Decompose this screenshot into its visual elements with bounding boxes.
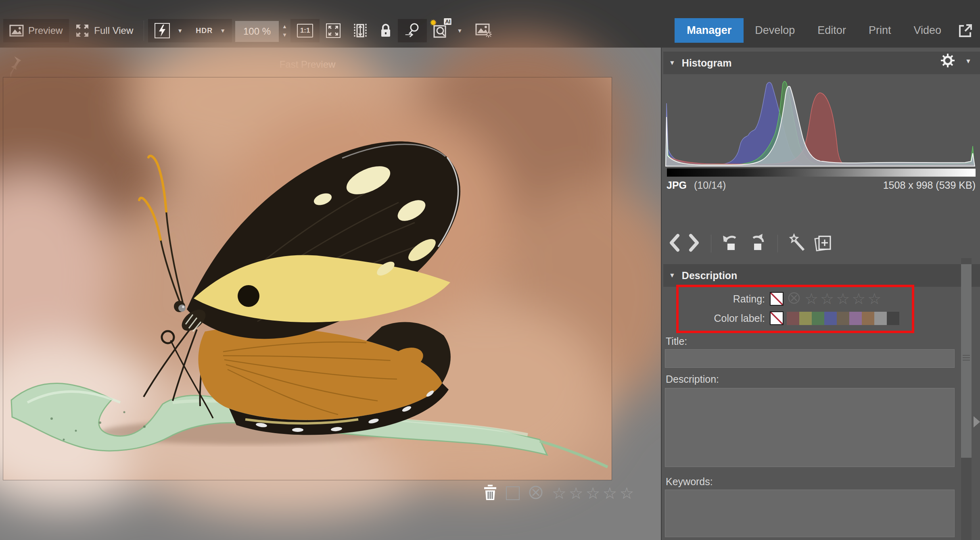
panel-scrollbar-track[interactable] bbox=[961, 258, 972, 540]
color-swatch[interactable] bbox=[874, 312, 887, 325]
histogram-settings-gear-icon[interactable] bbox=[940, 53, 955, 70]
fit-to-screen-button[interactable] bbox=[320, 19, 347, 42]
collapse-triangle-icon[interactable]: ▼ bbox=[669, 272, 675, 279]
collapse-triangle-icon[interactable]: ▼ bbox=[669, 59, 675, 67]
quick-rating-strip: ☆☆☆☆☆ bbox=[483, 484, 636, 502]
fit-width-button[interactable] bbox=[347, 19, 374, 42]
image-settings-icon bbox=[475, 23, 492, 39]
reject-button[interactable] bbox=[529, 485, 543, 501]
file-info-row: JPG (10/14) 1508 x 998 (539 KB) bbox=[667, 179, 976, 191]
module-tabs: Manager Develop Editor Print Video bbox=[675, 18, 973, 43]
lock-icon bbox=[380, 23, 391, 38]
hdr-dropdown-caret[interactable]: ▼ bbox=[220, 27, 226, 34]
fit-screen-icon bbox=[326, 23, 341, 38]
description-input[interactable] bbox=[665, 388, 955, 467]
tab-video[interactable]: Video bbox=[902, 18, 953, 43]
keywords-input[interactable] bbox=[665, 490, 955, 537]
next-photo-button[interactable] bbox=[688, 234, 700, 253]
histogram-section-header[interactable]: ▼ Histogram bbox=[663, 52, 980, 74]
file-counter: (10/14) bbox=[694, 179, 726, 191]
compare-zoom-button[interactable] bbox=[398, 19, 427, 42]
flash-auto-enhance-button[interactable]: ▼ bbox=[148, 19, 189, 42]
quick-star-rating[interactable]: ☆☆☆☆☆ bbox=[552, 485, 636, 501]
flash-dropdown-caret[interactable]: ▼ bbox=[177, 27, 183, 34]
action-separator bbox=[711, 235, 711, 252]
histogram-gradient-bar bbox=[667, 168, 976, 177]
rotate-right-button[interactable] bbox=[748, 234, 767, 253]
one-to-one-icon: 1:1 bbox=[297, 24, 313, 38]
color-swatch-row bbox=[787, 312, 899, 325]
tab-print[interactable]: Print bbox=[857, 18, 903, 43]
open-external-button[interactable] bbox=[958, 23, 973, 38]
photo-preview[interactable] bbox=[3, 77, 612, 480]
color-label-row: Color label: bbox=[664, 311, 899, 325]
color-swatch[interactable] bbox=[837, 312, 849, 325]
panel-scrollbar-thumb[interactable] bbox=[961, 264, 972, 458]
rating-row: Rating: ☆☆☆☆☆ bbox=[664, 291, 883, 306]
title-label: Title: bbox=[666, 336, 687, 347]
select-checkbox[interactable] bbox=[506, 486, 520, 500]
color-label-none-box[interactable] bbox=[770, 311, 784, 325]
ai-magnifier-icon: ✹ AI bbox=[433, 23, 449, 39]
scrollbar-grip bbox=[963, 355, 970, 361]
tab-develop[interactable]: Develop bbox=[744, 18, 806, 43]
rating-reject-icon[interactable] bbox=[788, 292, 800, 306]
sparkle-icon: ✹ bbox=[429, 18, 437, 28]
color-swatch[interactable] bbox=[849, 312, 862, 325]
previous-photo-button[interactable] bbox=[668, 234, 680, 253]
add-photos-button[interactable] bbox=[814, 234, 833, 253]
file-format: JPG bbox=[667, 179, 687, 191]
color-swatch[interactable] bbox=[787, 312, 799, 325]
preview-image-icon bbox=[10, 25, 23, 36]
delete-button[interactable] bbox=[483, 484, 497, 502]
lock-zoom-button[interactable] bbox=[374, 19, 398, 42]
rating-label: Rating: bbox=[664, 293, 765, 305]
rating-none-box[interactable] bbox=[770, 292, 784, 306]
magic-wand-button[interactable] bbox=[788, 234, 806, 253]
zoom-increase-arrow[interactable]: ▲ bbox=[282, 24, 287, 29]
color-swatch[interactable] bbox=[824, 312, 837, 325]
histogram-dropdown-caret[interactable]: ▼ bbox=[965, 58, 972, 65]
description-section-header[interactable]: ▼ Description bbox=[663, 264, 980, 287]
keywords-label: Keywords: bbox=[666, 476, 713, 488]
histogram-graph bbox=[666, 77, 976, 168]
color-swatch[interactable] bbox=[799, 312, 812, 325]
panel-collapse-arrow[interactable] bbox=[974, 416, 980, 427]
compare-magnifier-icon bbox=[404, 23, 420, 39]
color-swatch[interactable] bbox=[812, 312, 824, 325]
full-view-button-label: Full View bbox=[94, 25, 133, 36]
panel-action-row bbox=[668, 234, 833, 253]
fit-width-icon bbox=[353, 23, 367, 38]
color-swatch[interactable] bbox=[887, 312, 899, 325]
action-separator bbox=[777, 235, 778, 252]
description-label: Description: bbox=[666, 373, 719, 385]
ai-zoom-dropdown-caret[interactable]: ▼ bbox=[457, 27, 462, 34]
file-dimensions: 1508 x 998 (539 KB) bbox=[883, 179, 976, 191]
lightning-icon bbox=[155, 23, 170, 38]
histogram-options: ▼ bbox=[940, 53, 972, 70]
hdr-label: HDR bbox=[196, 27, 213, 35]
tab-editor[interactable]: Editor bbox=[806, 18, 857, 43]
color-label-label: Color label: bbox=[664, 313, 765, 324]
rating-stars[interactable]: ☆☆☆☆☆ bbox=[804, 290, 883, 307]
ai-zoom-button[interactable]: ✹ AI ▼ bbox=[427, 19, 469, 42]
ai-badge: AI bbox=[443, 18, 452, 25]
color-swatch[interactable] bbox=[862, 312, 874, 325]
tab-manager[interactable]: Manager bbox=[675, 18, 744, 43]
rotate-left-button[interactable] bbox=[722, 234, 740, 253]
description-title: Description bbox=[682, 270, 738, 281]
toolbar-separator bbox=[144, 21, 144, 41]
histogram-title: Histogram bbox=[682, 57, 732, 69]
full-view-icon bbox=[75, 24, 89, 38]
title-input[interactable] bbox=[665, 349, 955, 368]
